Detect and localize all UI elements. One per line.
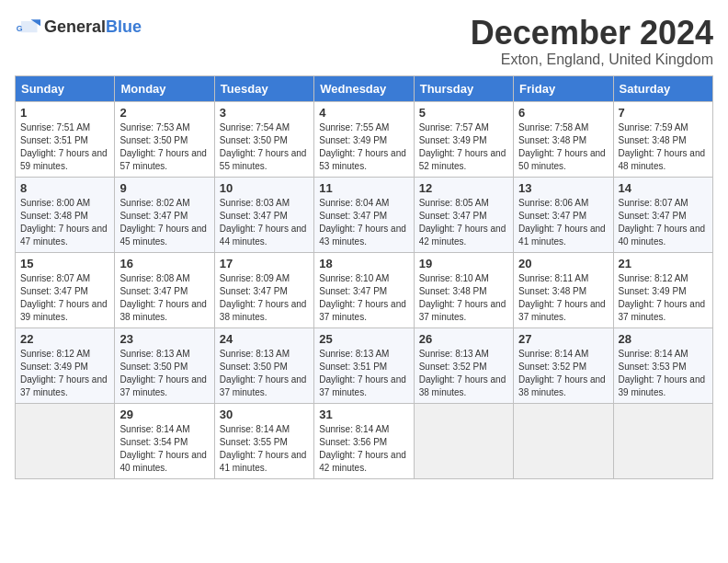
col-monday: Monday [115,75,214,101]
day-number: 17 [220,257,309,270]
day-number: 30 [220,408,309,421]
table-row: 29 Sunrise: 8:14 AMSunset: 3:54 PMDaylig… [115,403,214,478]
cell-info: Sunrise: 8:06 AMSunset: 3:47 PMDaylight:… [518,198,606,247]
cell-info: Sunrise: 8:07 AMSunset: 3:47 PMDaylight:… [20,273,108,322]
table-row: 2 Sunrise: 7:53 AMSunset: 3:50 PMDayligh… [115,101,214,177]
svg-text:G: G [17,24,23,33]
svg-marker-0 [21,21,38,32]
col-saturday: Saturday [613,75,712,101]
cell-info: Sunrise: 7:53 AMSunset: 3:50 PMDaylight:… [119,122,207,171]
cell-info: Sunrise: 7:58 AMSunset: 3:48 PMDaylight:… [518,122,606,171]
table-row: 27 Sunrise: 8:14 AMSunset: 3:52 PMDaylig… [514,327,613,403]
table-row: 9 Sunrise: 8:02 AMSunset: 3:47 PMDayligh… [115,177,214,252]
cell-info: Sunrise: 8:12 AMSunset: 3:49 PMDaylight:… [20,349,108,397]
day-number: 20 [518,257,608,270]
logo-icon: G [15,15,40,40]
day-number: 8 [20,181,109,195]
cell-info: Sunrise: 8:14 AMSunset: 3:53 PMDaylight:… [619,349,706,397]
day-number: 18 [319,257,408,270]
table-row: 12 Sunrise: 8:05 AMSunset: 3:47 PMDaylig… [414,177,513,252]
table-row: 24 Sunrise: 8:13 AMSunset: 3:50 PMDaylig… [214,327,313,403]
day-number: 29 [119,408,209,421]
cell-info: Sunrise: 8:13 AMSunset: 3:51 PMDaylight:… [319,349,406,397]
day-number: 3 [220,106,309,120]
cell-info: Sunrise: 8:04 AMSunset: 3:47 PMDaylight:… [319,198,406,247]
calendar-week-row: 15 Sunrise: 8:07 AMSunset: 3:47 PMDaylig… [16,252,713,327]
table-row: 26 Sunrise: 8:13 AMSunset: 3:52 PMDaylig… [414,327,513,403]
calendar-week-row: 8 Sunrise: 8:00 AMSunset: 3:48 PMDayligh… [16,177,713,252]
cell-info: Sunrise: 8:09 AMSunset: 3:47 PMDaylight:… [220,273,307,322]
cell-info: Sunrise: 8:12 AMSunset: 3:49 PMDaylight:… [619,273,706,322]
table-row: 4 Sunrise: 7:55 AMSunset: 3:49 PMDayligh… [314,101,414,177]
table-row: 7 Sunrise: 7:59 AMSunset: 3:48 PMDayligh… [613,101,712,177]
day-number: 4 [319,106,408,120]
table-row: 11 Sunrise: 8:04 AMSunset: 3:47 PMDaylig… [314,177,414,252]
cell-info: Sunrise: 8:11 AMSunset: 3:48 PMDaylight:… [518,273,606,322]
day-number: 6 [518,106,608,120]
cell-info: Sunrise: 8:13 AMSunset: 3:50 PMDaylight:… [119,349,207,397]
table-row: 1 Sunrise: 7:51 AMSunset: 3:51 PMDayligh… [16,101,115,177]
table-row: 19 Sunrise: 8:10 AMSunset: 3:48 PMDaylig… [414,252,513,327]
cell-info: Sunrise: 8:14 AMSunset: 3:52 PMDaylight:… [518,349,606,397]
logo-blue: Blue [106,17,142,36]
location-title: Exton, England, United Kingdom [471,52,713,68]
cell-info: Sunrise: 8:14 AMSunset: 3:56 PMDaylight:… [319,424,406,473]
day-number: 26 [419,332,508,346]
day-number: 7 [619,106,708,120]
month-title: December 2024 [471,15,713,52]
cell-info: Sunrise: 7:55 AMSunset: 3:49 PMDaylight:… [319,122,406,171]
col-friday: Friday [514,75,613,101]
table-row: 10 Sunrise: 8:03 AMSunset: 3:47 PMDaylig… [214,177,313,252]
day-number: 9 [119,181,209,195]
cell-info: Sunrise: 8:13 AMSunset: 3:50 PMDaylight:… [220,349,307,397]
cell-info: Sunrise: 7:59 AMSunset: 3:48 PMDaylight:… [619,122,706,171]
day-number: 27 [518,332,608,346]
day-number: 15 [20,257,109,270]
table-row: 13 Sunrise: 8:06 AMSunset: 3:47 PMDaylig… [514,177,613,252]
col-sunday: Sunday [16,75,115,101]
cell-info: Sunrise: 8:14 AMSunset: 3:55 PMDaylight:… [220,424,307,473]
calendar-week-row: 22 Sunrise: 8:12 AMSunset: 3:49 PMDaylig… [16,327,713,403]
day-number: 21 [619,257,708,270]
table-row: 18 Sunrise: 8:10 AMSunset: 3:47 PMDaylig… [314,252,414,327]
table-row [514,403,613,478]
col-wednesday: Wednesday [314,75,414,101]
cell-info: Sunrise: 8:05 AMSunset: 3:47 PMDaylight:… [419,198,506,247]
cell-info: Sunrise: 8:13 AMSunset: 3:52 PMDaylight:… [419,349,506,397]
cell-info: Sunrise: 8:00 AMSunset: 3:48 PMDaylight:… [20,198,108,247]
table-row: 28 Sunrise: 8:14 AMSunset: 3:53 PMDaylig… [613,327,712,403]
table-row: 30 Sunrise: 8:14 AMSunset: 3:55 PMDaylig… [214,403,313,478]
table-row: 6 Sunrise: 7:58 AMSunset: 3:48 PMDayligh… [514,101,613,177]
cell-info: Sunrise: 8:07 AMSunset: 3:47 PMDaylight:… [619,198,706,247]
table-row: 3 Sunrise: 7:54 AMSunset: 3:50 PMDayligh… [214,101,313,177]
day-number: 25 [319,332,408,346]
table-row: 20 Sunrise: 8:11 AMSunset: 3:48 PMDaylig… [514,252,613,327]
calendar-week-row: 29 Sunrise: 8:14 AMSunset: 3:54 PMDaylig… [16,403,713,478]
day-number: 14 [619,181,708,195]
cell-info: Sunrise: 8:14 AMSunset: 3:54 PMDaylight:… [119,424,207,473]
day-number: 11 [319,181,408,195]
table-row: 31 Sunrise: 8:14 AMSunset: 3:56 PMDaylig… [314,403,414,478]
day-number: 13 [518,181,608,195]
table-row: 8 Sunrise: 8:00 AMSunset: 3:48 PMDayligh… [16,177,115,252]
cell-info: Sunrise: 8:03 AMSunset: 3:47 PMDaylight:… [220,198,307,247]
cell-info: Sunrise: 8:02 AMSunset: 3:47 PMDaylight:… [119,198,207,247]
calendar-week-row: 1 Sunrise: 7:51 AMSunset: 3:51 PMDayligh… [16,101,713,177]
table-row: 23 Sunrise: 8:13 AMSunset: 3:50 PMDaylig… [115,327,214,403]
col-thursday: Thursday [414,75,513,101]
logo: G GeneralBlue [15,15,142,40]
day-number: 19 [419,257,508,270]
table-row: 21 Sunrise: 8:12 AMSunset: 3:49 PMDaylig… [613,252,712,327]
day-number: 31 [319,408,408,421]
table-row [414,403,513,478]
day-number: 1 [20,106,109,120]
day-number: 5 [419,106,508,120]
col-tuesday: Tuesday [214,75,313,101]
header: G GeneralBlue December 2024 Exton, Engla… [15,15,713,68]
day-number: 24 [220,332,309,346]
cell-info: Sunrise: 8:10 AMSunset: 3:47 PMDaylight:… [319,273,406,322]
day-number: 16 [119,257,209,270]
logo-wordmark: GeneralBlue [44,18,142,37]
day-number: 23 [119,332,209,346]
day-number: 28 [619,332,708,346]
